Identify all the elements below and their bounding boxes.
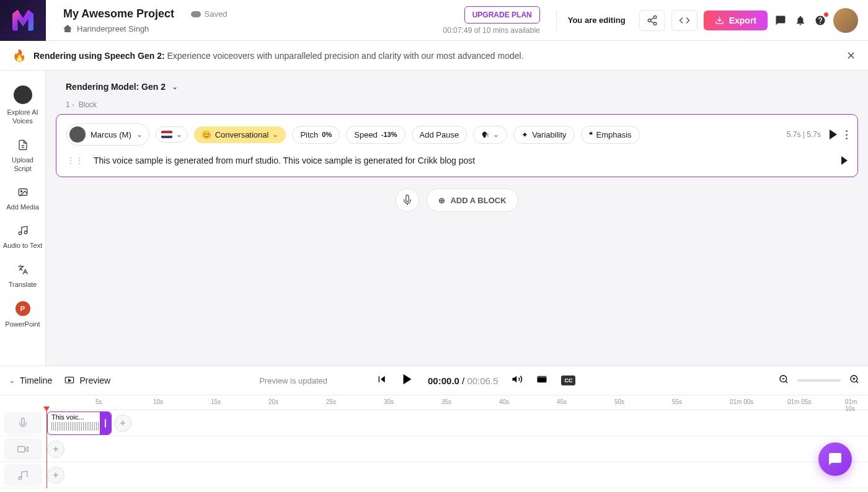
- upgrade-button[interactable]: UPGRADE PLAN: [464, 6, 540, 24]
- add-clip-button[interactable]: +: [47, 441, 64, 458]
- svg-point-11: [24, 231, 27, 234]
- pitch-chip[interactable]: Pitch0%: [292, 126, 340, 144]
- voice-avatar: [69, 126, 86, 143]
- zoom-out-button[interactable]: [779, 374, 789, 387]
- document-icon: [16, 138, 30, 152]
- cloud-icon: [191, 11, 201, 17]
- embed-button[interactable]: [671, 10, 698, 31]
- video-icon: [4, 438, 42, 460]
- more-menu[interactable]: [846, 130, 848, 139]
- sayas-icon: 🗣: [481, 130, 489, 139]
- mic-button[interactable]: [396, 188, 419, 212]
- left-sidebar: Explore AI Voices Upload Script Add Medi…: [0, 71, 46, 366]
- sidebar-powerpoint[interactable]: PPowerPoint: [0, 295, 45, 335]
- audio-clip[interactable]: This voic...: [47, 411, 112, 435]
- sidebar-translate[interactable]: Translate: [0, 257, 45, 295]
- cc-button[interactable]: CC: [561, 376, 575, 385]
- play-button[interactable]: [401, 372, 414, 389]
- timeline-bar: ⌄Timeline Preview Preview is updated 00:…: [0, 366, 868, 395]
- timeline-ruler[interactable]: 5s10s15s20s25s30s35s40s45s50s55s01m 00s0…: [46, 395, 868, 410]
- quote-icon: ❝: [589, 131, 593, 139]
- add-clip-button[interactable]: +: [114, 415, 131, 432]
- block-text[interactable]: This voice sample is generated from murf…: [94, 156, 831, 165]
- translate-icon: [16, 263, 30, 276]
- svg-point-30: [19, 477, 22, 480]
- play-line-button[interactable]: [841, 156, 848, 165]
- timeline-area: 5s10s15s20s25s30s35s40s45s50s55s01m 00s0…: [0, 395, 868, 492]
- chevron-down-icon: ⌄: [493, 130, 499, 139]
- chevron-down-icon: ⌄: [136, 130, 143, 139]
- chat-fab[interactable]: [818, 442, 852, 476]
- drag-handle-icon[interactable]: ⋮⋮: [66, 156, 84, 165]
- style-chip[interactable]: 😊Conversational⌄: [194, 126, 286, 143]
- clip-handle[interactable]: [100, 412, 111, 434]
- svg-rect-28: [18, 446, 25, 452]
- app-logo[interactable]: [0, 0, 46, 41]
- preview-tab[interactable]: Preview: [64, 376, 110, 385]
- play-block-button[interactable]: [830, 130, 837, 139]
- skip-back-button[interactable]: [377, 374, 387, 387]
- voice-selector[interactable]: Marcus (M) ⌄: [66, 123, 149, 146]
- divider: [556, 11, 557, 30]
- emoji-icon: 😊: [202, 130, 211, 139]
- sidebar-upload-script[interactable]: Upload Script: [0, 132, 45, 180]
- close-icon[interactable]: ✕: [846, 49, 856, 63]
- help-icon[interactable]: [813, 14, 827, 27]
- svg-marker-17: [404, 374, 412, 385]
- image-icon: [16, 185, 30, 199]
- svg-marker-18: [513, 376, 517, 383]
- saved-badge: Saved: [191, 9, 228, 19]
- svg-point-2: [653, 22, 657, 25]
- export-button[interactable]: Export: [704, 11, 768, 30]
- svg-point-10: [19, 232, 22, 235]
- voice-block: Marcus (M) ⌄ ⌄ 😊Conversational⌄ Pitch0% …: [56, 114, 858, 177]
- share-button[interactable]: [639, 10, 665, 31]
- main-area: Explore AI Voices Upload Script Add Medi…: [0, 71, 868, 366]
- chevron-down-icon: ⌄: [272, 130, 278, 139]
- chevron-down-icon: ⌄: [9, 376, 15, 385]
- powerpoint-icon: P: [16, 301, 30, 316]
- breadcrumb[interactable]: Harinderpreet Singh: [63, 24, 443, 33]
- svg-line-4: [650, 21, 653, 23]
- say-as-chip[interactable]: 🗣⌄: [473, 126, 507, 144]
- emphasis-chip[interactable]: ❝Emphasis: [581, 126, 640, 144]
- zoom-in-button[interactable]: [849, 374, 859, 387]
- sidebar-add-media[interactable]: Add Media: [0, 179, 45, 217]
- user-avatar[interactable]: [833, 8, 858, 33]
- fire-icon: 🔥: [12, 49, 26, 63]
- add-block-button[interactable]: ⊕ADD A BLOCK: [427, 188, 518, 212]
- sidebar-explore-voices[interactable]: Explore AI Voices: [0, 79, 45, 132]
- video-button[interactable]: [536, 374, 547, 387]
- pause-chip[interactable]: Add Pause: [412, 126, 467, 144]
- volume-button[interactable]: [512, 374, 523, 387]
- top-header: My Awesome Project Saved Harinderpreet S…: [0, 0, 868, 41]
- sparkle-icon: ✦: [521, 130, 528, 139]
- time-remaining: 00:07:49 of 10 mins available: [443, 26, 540, 35]
- voice-track[interactable]: This voic... +: [0, 410, 868, 436]
- mic-icon: [4, 412, 42, 434]
- preview-status: Preview is updated: [259, 376, 327, 385]
- zoom-slider[interactable]: [797, 379, 841, 382]
- info-banner: 🔥 Rendering using Speech Gen 2: Experien…: [0, 41, 868, 71]
- svg-point-0: [653, 15, 657, 19]
- voice-avatar-icon: [14, 86, 32, 104]
- sidebar-audio-to-text[interactable]: Audio to Text: [0, 217, 45, 256]
- svg-marker-15: [381, 376, 385, 383]
- header-right: UPGRADE PLAN 00:07:49 of 10 mins availab…: [443, 6, 868, 35]
- svg-line-3: [650, 17, 653, 19]
- svg-marker-29: [25, 447, 28, 452]
- svg-rect-20: [538, 376, 547, 378]
- svg-point-9: [20, 191, 22, 192]
- add-clip-button[interactable]: +: [47, 467, 64, 484]
- project-title[interactable]: My Awesome Project: [63, 7, 174, 20]
- content-area: Rendering Model: Gen 2 ⌄ 1 - Block Marcu…: [46, 71, 868, 366]
- variability-chip[interactable]: ✦Variability: [513, 126, 574, 144]
- chat-icon[interactable]: [774, 14, 787, 27]
- music-track[interactable]: +: [0, 462, 868, 488]
- locale-selector[interactable]: ⌄: [156, 126, 188, 143]
- video-track[interactable]: +: [0, 436, 868, 462]
- timeline-tab[interactable]: ⌄Timeline: [9, 376, 52, 385]
- speed-chip[interactable]: Speed-13%: [346, 126, 405, 144]
- model-selector[interactable]: Rendering Model: Gen 2 ⌄: [56, 82, 858, 100]
- bell-icon[interactable]: [794, 14, 807, 27]
